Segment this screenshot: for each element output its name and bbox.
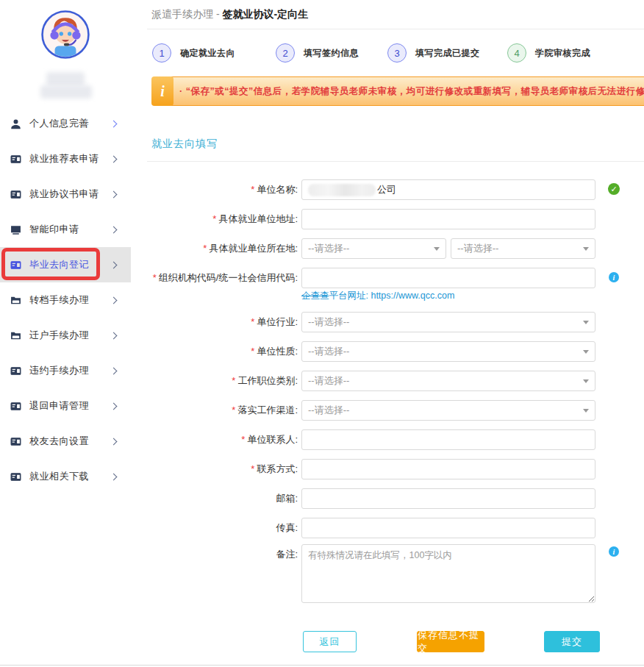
field-label: *组织机构代码/统一社会信用代码: — [147, 268, 298, 288]
job-channel-select[interactable]: --请选择-- — [301, 400, 595, 421]
location-city-select[interactable]: --请选择-- — [451, 238, 595, 259]
step-label: 学院审核完成 — [535, 47, 590, 60]
industry-select[interactable]: --请选择-- — [301, 312, 595, 332]
step-number: 2 — [276, 43, 295, 63]
sidebar-item-label: 毕业去向登记 — [29, 258, 111, 271]
chevron-right-icon — [110, 120, 118, 127]
section-title: 就业去向填写 — [151, 138, 218, 151]
step-4: 4 学院审核完成 — [507, 43, 590, 63]
sidebar-item-personal-info[interactable]: 个人信息完善 — [0, 106, 131, 141]
email-input[interactable] — [301, 488, 595, 509]
save-without-submit-button[interactable]: 保存信息不提交 — [417, 631, 484, 652]
step-label: 填写签约信息 — [304, 47, 359, 60]
form-row-contact-method: *联系方式: — [147, 459, 595, 479]
info-banner-icon: i — [151, 76, 173, 106]
document-icon — [10, 154, 21, 165]
sidebar-item-label: 退回申请管理 — [29, 399, 111, 413]
form-row-email: 邮箱: — [147, 488, 595, 509]
submit-button[interactable]: 提交 — [544, 631, 600, 652]
back-button[interactable]: 返回 — [303, 631, 357, 652]
field-label: 备注: — [147, 544, 298, 606]
sidebar-item-label: 个人信息完善 — [29, 117, 111, 130]
field-label: *工作职位类别: — [147, 371, 298, 391]
form-row-job-category: *工作职位类别: --请选择-- — [147, 371, 595, 391]
sidebar-item-label: 违约手续办理 — [29, 364, 111, 377]
info-icon[interactable]: i — [609, 546, 619, 557]
step-3: 3 填写完成已提交 — [387, 43, 480, 63]
sidebar-item-archive-transfer[interactable]: 转档手续办理 — [0, 282, 131, 318]
sidebar-item-agreement-apply[interactable]: 就业协议书申请 — [0, 176, 131, 212]
step-label: 确定就业去向 — [180, 47, 235, 60]
fax-input[interactable] — [301, 518, 595, 538]
location-province-select[interactable]: --请选择-- — [301, 238, 446, 259]
main-content: 派遣手续办理 - 签就业协议-定向生 1 确定就业去向 2 填写签约信息 3 填… — [147, 0, 644, 667]
form-row-remark: 备注: — [147, 544, 595, 606]
person-icon — [10, 118, 21, 129]
caret-down-icon — [583, 409, 589, 413]
chevron-right-icon — [110, 190, 118, 198]
company-type-select[interactable]: --请选择-- — [301, 341, 595, 362]
chevron-right-icon — [110, 332, 118, 339]
document-icon — [10, 436, 21, 447]
sidebar-item-employment-downloads[interactable]: 就业相关下载 — [0, 459, 131, 494]
field-label: *单位性质: — [147, 341, 298, 362]
company-name-input[interactable]: 公司 — [301, 179, 595, 200]
sidebar-item-alumni-settings[interactable]: 校友去向设置 — [0, 424, 131, 459]
sidebar-item-smart-seal[interactable]: 智能印申请 — [0, 212, 131, 247]
form-row-company-address: *具体就业单位地址: — [147, 209, 595, 229]
divider — [147, 29, 644, 29]
contact-person-input[interactable] — [301, 429, 595, 450]
sidebar-item-label: 校友去向设置 — [29, 435, 111, 448]
stamp-icon — [10, 224, 21, 235]
sidebar-item-recommendation-form[interactable]: 就业推荐表申请 — [0, 141, 131, 176]
chevron-right-icon — [110, 261, 118, 268]
document-icon — [10, 189, 21, 200]
folder-icon — [10, 330, 21, 341]
sidebar-item-household-transfer[interactable]: 迁户手续办理 — [0, 318, 131, 353]
sidebar-item-graduation-destination[interactable]: 毕业去向登记 — [0, 247, 131, 282]
page-bottom-divider — [0, 665, 644, 666]
credit-code-input[interactable] — [301, 268, 595, 288]
caret-down-icon — [583, 379, 589, 383]
sidebar-item-breach-procedure[interactable]: 违约手续办理 — [0, 353, 131, 388]
caret-down-icon — [583, 350, 589, 354]
notice-text: · “保存”或“提交”信息后，若学院辅导员老师未审核，均可进行修改或重新填写，辅… — [171, 76, 644, 106]
form-row-industry: *单位行业: --请选择-- — [147, 312, 595, 332]
page-title-prefix: 派遣手续办理 - — [151, 8, 222, 20]
qcc-platform-link[interactable]: 企查查平台网址: https://www.qcc.com — [301, 290, 454, 302]
info-icon[interactable]: i — [609, 272, 619, 282]
sidebar-item-return-application[interactable]: 退回申请管理 — [0, 388, 131, 424]
step-label: 填写完成已提交 — [415, 47, 480, 60]
document-icon — [10, 401, 21, 412]
form-row-company-name: *单位名称: 公司 — [147, 179, 595, 200]
page-title-bold: 签就业协议-定向生 — [222, 8, 308, 20]
remark-textarea[interactable] — [301, 544, 595, 603]
step-2: 2 填写签约信息 — [276, 43, 359, 63]
folder-icon — [10, 295, 21, 306]
field-label: *落实工作渠道: — [147, 400, 298, 421]
company-name-suffix: 公司 — [377, 183, 396, 196]
step-1: 1 确定就业去向 — [152, 43, 235, 63]
form-row-contact-person: *单位联系人: — [147, 429, 595, 450]
check-success-icon: ✓ — [608, 183, 620, 195]
caret-down-icon — [583, 321, 589, 324]
form-row-company-type: *单位性质: --请选择-- — [147, 341, 595, 362]
sidebar: 个人信息完善 就业推荐表申请 就业协议书申请 智能印申请 毕业去向登记 转档手续… — [0, 0, 131, 667]
company-address-input[interactable] — [301, 209, 595, 229]
field-label: 邮箱: — [147, 488, 298, 509]
sidebar-item-label: 就业推荐表申请 — [29, 152, 111, 165]
page-title: 派遣手续办理 - 签就业协议-定向生 — [151, 8, 308, 21]
sidebar-item-label: 转档手续办理 — [29, 293, 111, 307]
sidebar-item-label: 就业相关下载 — [29, 470, 111, 483]
contact-method-input[interactable] — [301, 459, 595, 479]
field-label: *单位联系人: — [147, 429, 298, 450]
form-row-fax: 传真: — [147, 518, 595, 538]
form-row-company-location: *具体就业单位所在地: --请选择-- --请选择-- — [147, 238, 595, 259]
job-category-select[interactable]: --请选择-- — [301, 371, 595, 391]
document-icon — [10, 471, 21, 482]
chevron-right-icon — [110, 296, 118, 304]
redacted-text — [308, 184, 376, 196]
form-row-job-channel: *落实工作渠道: --请选择-- — [147, 400, 595, 421]
field-label: 传真: — [147, 518, 298, 538]
chevron-right-icon — [110, 155, 118, 163]
